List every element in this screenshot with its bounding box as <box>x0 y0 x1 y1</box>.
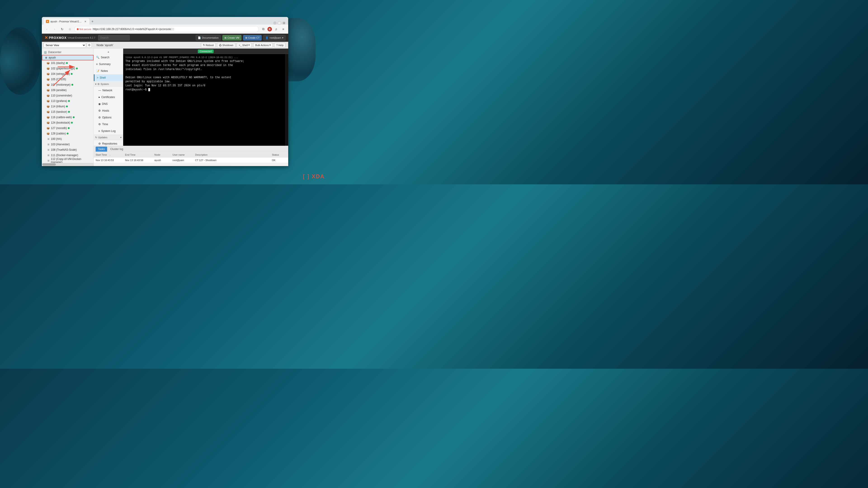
nav-section-system[interactable]: ▾ ⚙ System <box>94 81 123 87</box>
sidebar-toolbar: Server View ⚙ <box>42 42 94 48</box>
cell-user: root@pam <box>170 159 193 162</box>
content-header: Node 'ayush' ↻ Reboot ⏻ Shutdown >_ Shel <box>94 42 288 48</box>
nav-item-certificates[interactable]: ● Certificates <box>94 94 123 101</box>
nav-item-network[interactable]: — Network <box>94 87 123 94</box>
sidebar-item-vm-109[interactable]: 📦 109 (ansible) <box>42 88 94 93</box>
vm-icon: 🖥 <box>46 137 50 141</box>
sidebar-item-vm-127[interactable]: 📦 127 (nocodb) <box>42 125 94 131</box>
datacenter-icon: 🏢 <box>43 51 47 54</box>
ct-icon: 📦 <box>46 88 50 92</box>
ct-icon: 📦 <box>46 99 50 103</box>
system-expand-icon: ▾ <box>95 83 96 86</box>
reboot-button[interactable]: ↻ Reboot <box>201 43 216 48</box>
bookmark-button[interactable]: ☆ <box>67 26 73 32</box>
close-button[interactable]: ✕ <box>282 22 285 25</box>
sidebar-item-node-ayush[interactable]: 🖥 ayush <box>42 55 94 60</box>
nav-item-hosts[interactable]: ⚙ Hosts <box>94 107 123 114</box>
sidebar-item-vm-103[interactable]: 🖥 103 (Harvester) <box>42 142 94 147</box>
vm-label: 104 (wireguard) <box>51 72 70 75</box>
cell-start-time: Nov 13 16:43:53 <box>94 159 123 162</box>
col-start-time[interactable]: Start Time ↓ <box>94 153 123 156</box>
cell-end-time: Nov 13 16:43:58 <box>123 159 153 162</box>
hscroll-thumb[interactable] <box>42 163 56 166</box>
sidebar-hscroll[interactable] <box>42 163 94 166</box>
menu-button[interactable]: ≡ <box>280 26 286 32</box>
new-tab-button[interactable]: + <box>89 18 96 25</box>
sidebar-item-vm-108[interactable]: 🖥 108 (TrueNAS-Scale) <box>42 147 94 153</box>
status-running-dot <box>71 84 73 86</box>
col-user[interactable]: User name <box>170 153 193 156</box>
refresh-button[interactable]: ↻ <box>59 26 65 32</box>
create-vm-button[interactable]: ⊞ Create VM <box>222 35 241 40</box>
ct-icon: 📦 <box>46 132 50 135</box>
vm-label: 105 (CT105) <box>51 78 66 81</box>
create-vm-icon: ⊞ <box>224 36 226 39</box>
brave-icon[interactable]: B <box>268 27 272 31</box>
server-view-select[interactable]: Server View <box>43 43 86 48</box>
documentation-button[interactable]: 📄 Documentation <box>196 35 221 40</box>
table-row[interactable]: Nov 13 16:43:53 Nov 13 16:43:58 ayush ro… <box>94 158 288 163</box>
active-tab[interactable]: X ayush - Proxmox Virtual Enviro... ✕ <box>43 18 89 25</box>
create-ct-button[interactable]: ⊞ Create CT <box>243 35 262 40</box>
nav-scroll-up[interactable]: ▲ <box>94 50 123 54</box>
tab-close-button[interactable]: ✕ <box>84 20 87 23</box>
sidebar-item-vm-112[interactable]: 🖥 112 (Copy-of-VM-Docker-manager) <box>42 158 94 163</box>
sidebar-item-vm-100[interactable]: 🖥 100 (HA) <box>42 136 94 142</box>
sidebar-item-vm-110[interactable]: 📦 110 (zoneminder) <box>42 93 94 98</box>
sidebar-item-vm-107[interactable]: 📦 107 (motioneye) <box>42 82 94 88</box>
share-button[interactable]: ⧉ <box>260 26 267 32</box>
nav-item-summary[interactable]: ≡ Summary <box>94 61 123 68</box>
nav-section-updates[interactable]: ↻ Updates ▾ <box>94 134 123 140</box>
maximize-button[interactable] <box>278 22 281 25</box>
sidebar-item-datacenter[interactable]: 🏢 Datacenter <box>42 50 94 55</box>
status-running-dot <box>73 116 74 118</box>
nav-item-time[interactable]: ⚙ Time <box>94 121 123 128</box>
minimize-button[interactable] <box>273 22 276 25</box>
nav-item-notes[interactable]: 📝 Notes <box>94 68 123 74</box>
nav-item-dns[interactable]: ◉ DNS <box>94 101 123 107</box>
terminal-scrollbar[interactable] <box>285 54 288 146</box>
col-end-time[interactable]: End Time <box>123 153 153 156</box>
col-node[interactable]: Node <box>153 153 170 156</box>
pve-search-input[interactable] <box>98 35 130 40</box>
network-nav-icon: — <box>98 89 101 92</box>
extensions-button[interactable]: ♬ <box>273 26 279 32</box>
help-button[interactable]: ? Help <box>274 43 285 48</box>
user-menu-button[interactable]: 👤 root@pam ▾ <box>264 35 285 40</box>
shell-button[interactable]: >_ Shell ▾ <box>237 43 252 48</box>
page-title: Node 'ayush' <box>96 43 113 47</box>
shell-nav-icon: > <box>97 76 98 79</box>
sidebar-item-vm-104[interactable]: 📦 104 (wireguard) <box>42 71 94 76</box>
system-log-nav-icon: ≡ <box>98 129 100 133</box>
nav-item-repositories[interactable]: ⚙ Repositories <box>94 140 123 146</box>
address-bar[interactable]: Not secure https://192.168.29.227:8006/#… <box>74 26 259 32</box>
help-icon: ? <box>276 44 278 46</box>
ct-icon: 📦 <box>46 77 50 81</box>
col-description[interactable]: Description <box>193 153 270 156</box>
sidebar-item-vm-114[interactable]: 📦 114 (trilium) <box>42 104 94 109</box>
sidebar-item-vm-101[interactable]: 📦 101 (dashy) <box>42 60 94 66</box>
sidebar-item-vm-105[interactable]: 📦 105 (CT105) <box>42 76 94 82</box>
tab-cluster-log[interactable]: Cluster log <box>108 147 125 152</box>
tab-tasks[interactable]: Tasks <box>96 147 107 152</box>
user-icon: 👤 <box>266 36 269 39</box>
sidebar-item-vm-115[interactable]: 📦 115 (tandoor) <box>42 109 94 115</box>
nav-item-system-log[interactable]: ≡ System Log <box>94 128 123 134</box>
shutdown-button[interactable]: ⏻ Shutdown <box>217 43 235 48</box>
nav-item-search[interactable]: 🔍 Search <box>94 54 123 61</box>
sidebar-item-vm-124[interactable]: 📦 124 (bookstack) <box>42 120 94 125</box>
sidebar-gear-button[interactable]: ⚙ <box>87 43 92 48</box>
sidebar-item-vm-111[interactable]: 🖥 111 (Docker-manager) <box>42 153 94 158</box>
nav-actions: ⧉ B ♬ ≡ <box>260 26 286 32</box>
col-status[interactable]: Status <box>270 153 288 156</box>
terminal-content[interactable]: linux ayush 6.8.12-2-pve #1 SMP PREEMPT_… <box>123 54 288 146</box>
sidebar-item-vm-113[interactable]: 📦 113 (grafana) <box>42 98 94 104</box>
status-running-dot <box>66 105 68 107</box>
nav-item-shell[interactable]: > Shell <box>94 74 123 81</box>
nav-item-options[interactable]: ⚙ Options <box>94 114 123 121</box>
sidebar-item-vm-128[interactable]: 📦 128 (zabbix) <box>42 131 94 136</box>
sidebar-item-vm-102[interactable]: 📦 102 (paperless-ngx) <box>42 66 94 71</box>
sidebar-item-vm-116[interactable]: 📦 116 (calibre-web) <box>42 115 94 120</box>
bulk-actions-button[interactable]: Bulk Actions ▾ <box>253 43 273 48</box>
terminal-line-2: The programs included with the Debian GN… <box>125 59 286 63</box>
